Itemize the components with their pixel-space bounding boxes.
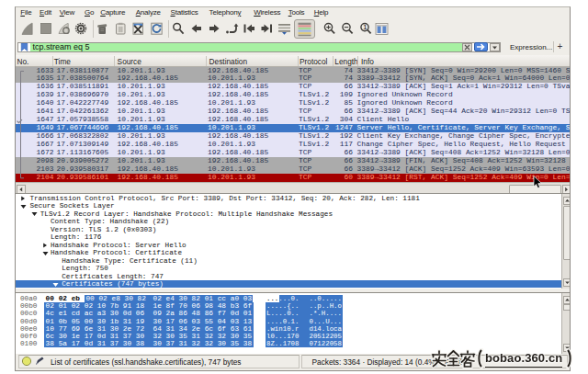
- svg-text:1: 1: [364, 24, 368, 30]
